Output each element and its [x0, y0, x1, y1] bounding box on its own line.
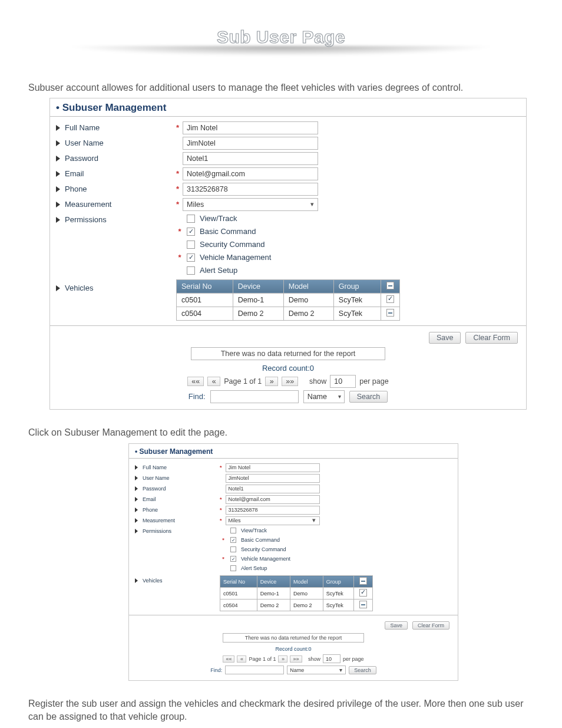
caret-icon [56, 285, 60, 291]
find-label: Find: [189, 392, 206, 401]
cell-device: Demo 2 [233, 307, 283, 320]
col-serial[interactable]: Serial No [177, 279, 233, 293]
mid-caption: Click on Subuser Management to edit the … [28, 426, 534, 439]
cell-model: Demo 2 [283, 307, 333, 320]
perm-checkbox[interactable] [230, 546, 236, 552]
report-message: There was no data returned for the repor… [223, 633, 364, 643]
search-button[interactable]: Search [349, 666, 376, 674]
find-column-select[interactable]: Name [287, 666, 346, 674]
pager-first[interactable]: «« [187, 377, 204, 386]
label-phone: Phone [65, 185, 87, 193]
subuser-screenshot-large: • Subuser Management Full Name * Jim Not… [49, 98, 527, 410]
caret-icon [56, 140, 60, 146]
password-input[interactable]: Notel1 [183, 152, 318, 165]
cell-group: ScyTek [333, 307, 381, 320]
caret-icon [56, 202, 60, 207]
row-checkbox[interactable] [386, 309, 394, 317]
pager-prev[interactable]: « [237, 655, 246, 663]
perm-checkbox-vehicle[interactable] [187, 253, 195, 262]
perm-checkbox-security[interactable] [187, 241, 195, 249]
phone-input[interactable]: 3132526878 [226, 506, 320, 515]
pager-show-select[interactable]: 10 [330, 375, 356, 388]
select-all-checkbox[interactable] [359, 577, 367, 585]
find-column-select[interactable]: Name [303, 390, 345, 403]
pager-prev[interactable]: « [207, 377, 220, 386]
find-input[interactable] [210, 390, 299, 403]
caret-icon [56, 125, 60, 131]
pager-label: Page 1 of 1 [224, 377, 262, 386]
record-count: Record count:0 [56, 364, 520, 373]
pager-show-label: show [309, 377, 326, 386]
clear-button[interactable]: Clear Form [412, 621, 449, 630]
intro-paragraph: Subuser account allowes for additional u… [28, 81, 534, 94]
col-group[interactable]: Group [333, 279, 381, 293]
cell-serial: c0504 [177, 307, 233, 320]
subuser-screenshot-small: • Subuser Management Full Name *Jim Note… [128, 443, 458, 681]
password-input[interactable]: Notel1 [226, 485, 320, 493]
panel-heading: • Subuser Management [129, 444, 458, 457]
table-row[interactable]: c0504 Demo 2 Demo 2 ScyTek [177, 307, 400, 320]
save-button[interactable]: Save [429, 332, 461, 344]
select-all-checkbox[interactable] [386, 282, 394, 289]
perm-checkbox-viewtrack[interactable] [187, 215, 195, 223]
clear-button[interactable]: Clear Form [465, 332, 518, 344]
pager-last[interactable]: »» [290, 655, 302, 663]
caret-icon [56, 156, 60, 162]
perm-label: Alert Setup [200, 266, 237, 275]
email-input[interactable]: Notel@gmail.com [183, 167, 318, 180]
row-checkbox[interactable] [386, 295, 394, 303]
cell-device: Demo-1 [233, 293, 283, 307]
perm-checkbox[interactable] [230, 565, 236, 571]
pager-next[interactable]: » [265, 377, 278, 386]
save-button[interactable]: Save [385, 621, 408, 630]
perm-checkbox[interactable] [230, 537, 236, 543]
perm-label: View/Track [200, 214, 237, 223]
label-email: Email [65, 169, 84, 178]
page-title: Sub User Page [217, 27, 345, 47]
measurement-select[interactable]: Miles [226, 516, 320, 525]
cell-model: Demo [283, 293, 333, 307]
table-row[interactable]: c0501 Demo-1 Demo ScyTek [177, 293, 400, 307]
row-checkbox[interactable] [359, 601, 367, 608]
perm-label: Basic Command [200, 227, 256, 236]
cell-serial: c0501 [177, 293, 233, 307]
report-message: There was no data returned for the repor… [191, 347, 385, 360]
measurement-select[interactable]: Miles [183, 198, 318, 211]
table-row[interactable]: c0501 Demo-1 Demo ScyTek [220, 588, 373, 599]
pager-show-select[interactable]: 10 [323, 654, 340, 663]
full-name-input[interactable]: Jim Notel [183, 121, 318, 134]
row-checkbox[interactable] [359, 589, 367, 597]
col-device[interactable]: Device [233, 279, 283, 293]
panel-heading: • Subuser Management [50, 98, 526, 115]
perm-checkbox-basic[interactable] [187, 228, 195, 236]
col-select[interactable] [381, 279, 400, 293]
pager-next[interactable]: » [278, 655, 287, 663]
perm-checkbox[interactable] [230, 556, 236, 562]
caret-icon [56, 217, 60, 223]
perm-checkbox[interactable] [230, 528, 236, 533]
perm-checkbox-alert[interactable] [187, 266, 195, 275]
perm-label: Security Command [200, 240, 265, 249]
find-input[interactable] [225, 666, 284, 674]
search-button[interactable]: Search [349, 391, 388, 403]
vehicles-table: Serial No Device Model Group c0501 Demo-… [176, 279, 400, 321]
phone-input[interactable]: 3132526878 [183, 183, 318, 196]
label-user-name: User Name [65, 139, 104, 147]
col-model[interactable]: Model [283, 279, 333, 293]
caret-icon [56, 186, 60, 192]
user-name-input[interactable]: JimNotel [226, 474, 320, 483]
perm-label: Vehicle Management [200, 253, 271, 262]
user-name-input[interactable]: JimNotel [183, 137, 318, 150]
table-row[interactable]: c0504 Demo 2 Demo 2 ScyTek [220, 599, 373, 611]
outro-paragraph: Register the sub user and assign the veh… [28, 697, 534, 723]
pager-last[interactable]: »» [282, 377, 298, 386]
full-name-input[interactable]: Jim Notel [226, 463, 320, 472]
pager-first[interactable]: «« [223, 655, 234, 663]
label-password: Password [65, 154, 98, 163]
pager-perpage-label: per page [359, 377, 388, 386]
label-full-name: Full Name [65, 123, 100, 132]
vehicles-table: Serial No Device Model Group c0501 Demo-… [220, 575, 373, 611]
cell-group: ScyTek [333, 293, 381, 307]
email-input[interactable]: Notel@gmail.com [226, 495, 320, 504]
record-count: Record count:0 [135, 646, 452, 652]
